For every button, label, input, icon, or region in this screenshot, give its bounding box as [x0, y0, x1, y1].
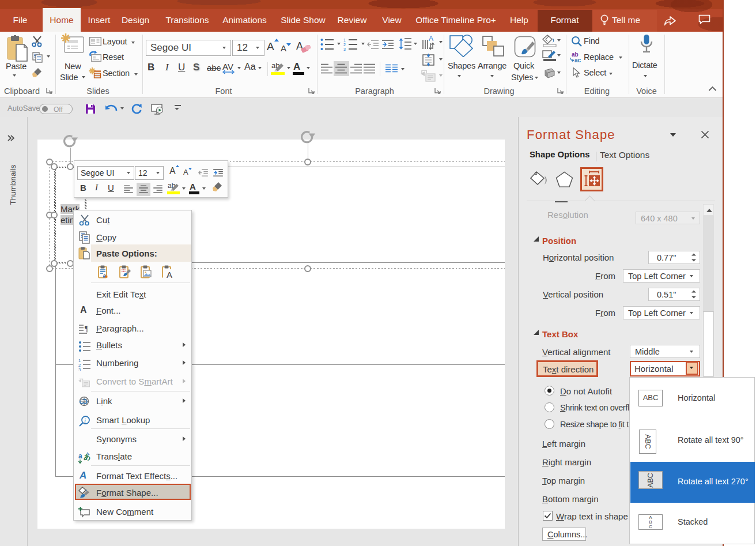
svg-text:1: 1	[343, 38, 346, 42]
svg-text:3: 3	[78, 367, 81, 371]
svg-text:あ: あ	[84, 453, 90, 461]
svg-text:i: i	[84, 417, 86, 424]
svg-text:a: a	[78, 452, 82, 460]
svg-text:3: 3	[343, 47, 346, 51]
svg-text:¶: ¶	[85, 325, 89, 333]
svg-text:ac: ac	[574, 57, 581, 63]
svg-text:A: A	[429, 35, 433, 43]
svg-text:2: 2	[343, 43, 346, 47]
svg-text:A: A	[167, 270, 172, 279]
